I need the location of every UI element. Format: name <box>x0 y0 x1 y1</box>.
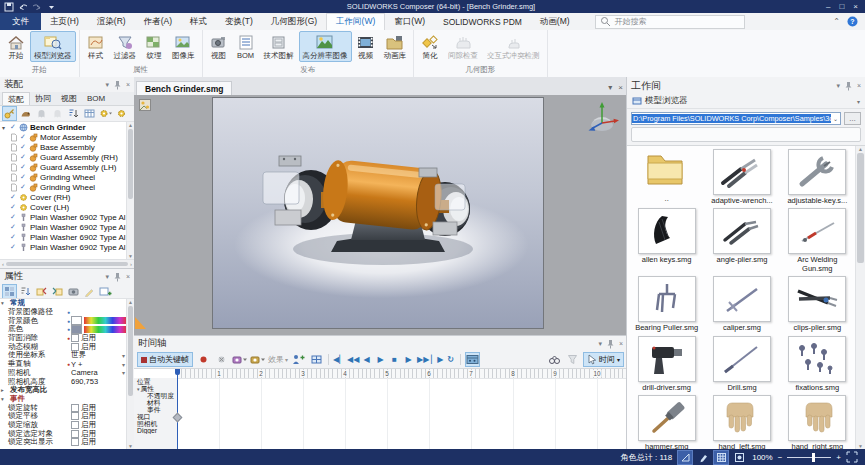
tab-变换(T)[interactable]: 变换(T) <box>216 13 262 30</box>
scroll-thumb[interactable] <box>6 262 128 266</box>
timeline-track-Digger[interactable]: Digger <box>134 427 177 434</box>
tab-作者(A)[interactable]: 作者(A) <box>135 13 181 30</box>
tab-样式[interactable]: 样式 <box>181 13 216 30</box>
动画库-button[interactable]: 动画库 <box>380 31 411 62</box>
scroll-up-icon[interactable]: ▲ <box>128 122 133 128</box>
workshop-mode-select[interactable]: 模型浏览器 ▾ <box>627 94 865 109</box>
scroll-thumb[interactable] <box>128 306 133 396</box>
checkbox-checked-icon[interactable]: ✓ <box>10 233 17 241</box>
filter-keys-button[interactable] <box>565 352 580 367</box>
checkbox-checked-icon[interactable]: ✓ <box>10 193 17 201</box>
chevron-down-icon[interactable]: ⌄ <box>831 115 840 122</box>
color-swatch[interactable] <box>71 316 82 325</box>
tree-item[interactable]: ▾✓Bench Grinder <box>0 122 127 132</box>
file-thumbnail[interactable] <box>713 208 771 254</box>
restore-button[interactable]: □ <box>839 2 844 11</box>
workshop-filter-box[interactable] <box>631 127 861 142</box>
undo-icon[interactable] <box>18 2 28 12</box>
scroll-left-icon[interactable]: ‹ <box>2 261 4 267</box>
property-value[interactable] <box>71 316 127 325</box>
ghost-hide-button[interactable] <box>50 106 65 121</box>
film-keys-button[interactable] <box>465 352 480 367</box>
fast-forward-button[interactable]: ▶▶ <box>417 355 428 364</box>
edit-button[interactable] <box>82 284 97 299</box>
高分辨率图像-button[interactable]: 高分辨率图像 <box>299 31 352 62</box>
file-item[interactable]: adjustable-key.s... <box>781 149 854 205</box>
file-thumbnail[interactable] <box>788 208 846 254</box>
tree-item[interactable]: ✓Guard Assembly (LH) <box>0 162 127 172</box>
file-browser-vscrollbar[interactable]: ▲ ▼ <box>855 146 865 449</box>
tree-item[interactable]: ✓Motor Assembly <box>0 132 127 142</box>
color-gradient-bar[interactable] <box>84 317 127 324</box>
file-item[interactable]: hand_right.smg <box>781 395 854 449</box>
assembly-tree-vscrollbar[interactable]: ▲ ▼ <box>126 122 134 259</box>
search-box[interactable]: 开始搜索 <box>595 15 745 29</box>
tree-item[interactable]: ✓Plain Washer 6902 Type Al <box>0 212 127 222</box>
pin-icon[interactable] <box>113 272 122 282</box>
close-icon[interactable]: × <box>619 340 623 347</box>
assembly-tree-hscrollbar[interactable]: ‹ › <box>0 259 134 268</box>
sort-az-button[interactable] <box>18 284 33 299</box>
section-expander-icon[interactable]: ▾ <box>0 300 8 306</box>
autokey-button[interactable]: 自动关键帧 <box>137 352 193 367</box>
timeline-key-grid[interactable] <box>177 378 627 449</box>
orientation-triad-icon[interactable] <box>587 101 619 135</box>
tab-SOLIDWORKS PDM[interactable]: SOLIDWORKS PDM <box>434 13 531 30</box>
snapshot-button[interactable] <box>66 284 81 299</box>
tab-主页(H)[interactable]: 主页(H) <box>41 13 88 30</box>
expander-icon[interactable]: ▾ <box>2 124 8 131</box>
gear-menu-button[interactable] <box>98 106 113 121</box>
ghost-show-button[interactable] <box>34 106 49 121</box>
checkbox-checked-icon[interactable]: ✓ <box>20 183 27 191</box>
checkbox-checked-icon[interactable]: ✓ <box>10 123 17 131</box>
checkbox-checked-icon[interactable]: ✓ <box>20 133 27 141</box>
checkbox-checked-icon[interactable]: ✓ <box>20 153 27 161</box>
chevron-down-icon[interactable]: ▾ <box>105 81 109 89</box>
add-view-button[interactable] <box>98 284 113 299</box>
qat-menu-icon[interactable] <box>46 2 56 12</box>
copy-forward-button[interactable] <box>50 284 65 299</box>
last-button[interactable]: ▏▶ <box>431 355 442 364</box>
zoom-in-icon[interactable]: + <box>836 453 841 462</box>
tree-item[interactable]: ✓Grinding Wheel <box>0 182 127 192</box>
tree-item[interactable]: ✓Cover (RH) <box>0 192 127 202</box>
timeline-track-不透明度[interactable]: 不透明度 <box>134 392 177 399</box>
file-item[interactable]: Drill.smg <box>705 336 778 392</box>
checkbox-checked-icon[interactable]: ✓ <box>10 223 17 231</box>
expander-icon[interactable]: ▾ <box>137 386 140 392</box>
file-thumbnail[interactable] <box>638 336 696 382</box>
技术图解-button[interactable]: 技术图解 <box>260 31 298 62</box>
file-thumbnail[interactable] <box>788 149 846 195</box>
step-forward-button[interactable]: ▶ <box>403 355 414 364</box>
chevron-down-icon[interactable]: ▾ <box>836 82 840 90</box>
file-thumbnail[interactable] <box>713 395 771 441</box>
开始-button[interactable]: 开始 <box>3 31 29 62</box>
file-item[interactable]: drill-driver.smg <box>630 336 703 392</box>
tree-item[interactable]: ✓Plain Washer 6902 Type Al <box>0 222 127 232</box>
help-icon[interactable]: ? <box>847 16 858 27</box>
tree-item[interactable]: ✓Plain Washer 6902 Type Al <box>0 232 127 242</box>
render-mode-icon[interactable] <box>731 450 747 465</box>
file-item[interactable]: .. <box>630 149 703 205</box>
browse-folder-button[interactable]: … <box>844 112 861 125</box>
zoom-slider[interactable] <box>787 453 831 462</box>
file-thumbnail[interactable] <box>788 395 846 441</box>
file-item[interactable]: hammer.smg <box>630 395 703 449</box>
properties-vscrollbar[interactable]: ▲ ▼ <box>126 299 134 449</box>
file-item[interactable]: Bearing Puller.smg <box>630 276 703 332</box>
file-item[interactable]: angle-plier.smg <box>705 208 778 273</box>
time-mode-button[interactable]: 时间▾ <box>583 352 624 367</box>
timeline-track-事件[interactable]: 事件 <box>134 406 177 413</box>
timeline-track-属性[interactable]: ▾属性 <box>134 385 177 392</box>
纹理-button[interactable]: 纹理 <box>141 31 167 62</box>
file-item[interactable]: Arc Welding Gun.smg <box>781 208 854 273</box>
key-button[interactable] <box>2 106 17 121</box>
tab-动画(M)[interactable]: 动画(M) <box>531 13 579 30</box>
图像库-button[interactable]: 图像库 <box>168 31 199 62</box>
模型浏览器-button[interactable]: 模型浏览器 <box>30 31 76 62</box>
measure-icon[interactable] <box>677 450 693 465</box>
file-item[interactable]: caliper.smg <box>705 276 778 332</box>
tab-几何图形(G)[interactable]: 几何图形(G) <box>262 13 326 30</box>
timeline-track-照相机[interactable]: 照相机 <box>134 420 177 427</box>
file-thumbnail[interactable] <box>638 395 696 441</box>
